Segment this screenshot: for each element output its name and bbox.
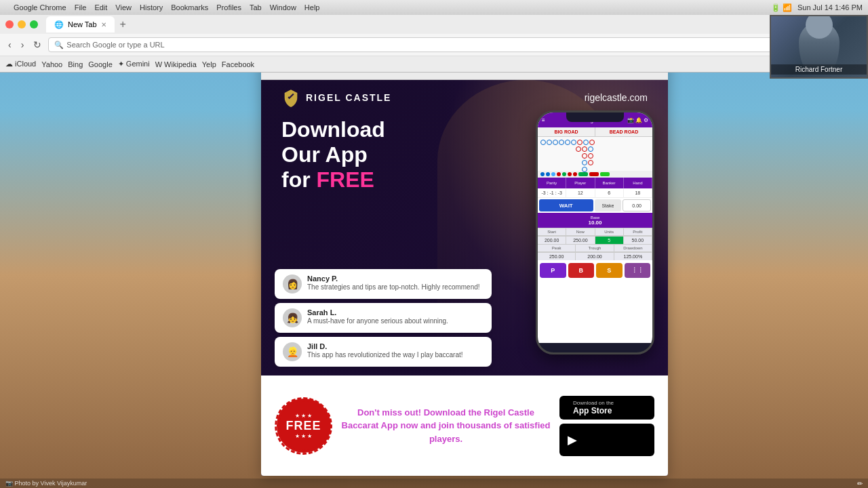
review-name-1: Nancy P. [307, 274, 480, 283]
bookmark-wikipedia[interactable]: W Wikipedia [155, 60, 197, 68]
bottom-cta: ★ ★ ★ FREE ★ ★ ★ Don't miss out! Downloa… [261, 375, 668, 476]
stat-hand: Hand [624, 178, 652, 188]
bookmark-facebook[interactable]: Facebook [222, 60, 254, 68]
badge-stars-top: ★ ★ ★ [295, 413, 312, 419]
topbar-history[interactable]: History [140, 3, 163, 12]
app-store-text: Download on the App Store [573, 400, 614, 415]
sdot10 [600, 172, 610, 176]
headline-line2: Our App [281, 142, 385, 167]
review-name-3: Jill D. [307, 342, 463, 350]
topbar-tab[interactable]: Tab [250, 3, 262, 12]
google-play-line2: Google Play [583, 440, 642, 452]
circle-r5 [582, 153, 587, 159]
phone-stats-values: -3 : -1 : -3 12 6 18 [538, 188, 652, 198]
bookmark-bing[interactable]: Bing [68, 60, 83, 68]
topbar-view[interactable]: View [115, 3, 132, 12]
topbar-profiles[interactable]: Profiles [216, 3, 241, 12]
stake-label: Stake [595, 199, 622, 211]
circle-b9 [582, 160, 587, 165]
circle-b8 [588, 146, 593, 152]
sdot2 [546, 172, 550, 176]
reload-btn[interactable]: ↻ [31, 38, 44, 52]
stake-value: 0.00 [623, 199, 651, 211]
pv-trough: 200.00 [576, 253, 614, 260]
app-name: Google Chrome [14, 3, 66, 12]
circle-b5 [565, 140, 570, 145]
btn-s[interactable]: S [596, 263, 623, 278]
app-store-button[interactable]: Download on the App Store [559, 396, 654, 420]
tab-icon: 🌐 [54, 20, 64, 29]
bookmarks-bar: ☁ iCloud Yahoo Bing Google ✦ Gemini W Wi… [0, 56, 868, 72]
phone-data-grid-header: Start Now Units Profit [538, 228, 652, 236]
active-tab[interactable]: 🌐 New Tab ✕ [46, 16, 115, 33]
address-bar[interactable]: 🔍 Search Google or type a URL [48, 37, 786, 52]
sdot1 [540, 172, 545, 176]
stat-val-parity: -3 : -1 : -3 [538, 188, 566, 197]
sdot3 [551, 172, 555, 176]
dv-profit: 50.00 [624, 237, 652, 244]
bookmark-yahoo[interactable]: Yahoo [41, 60, 62, 68]
stat-parity: Parity [538, 178, 566, 188]
bookmark-gemini[interactable]: ✦ Gemini [118, 60, 150, 68]
phone-notch [566, 113, 624, 122]
topbar-bookmarks[interactable]: Bookmarks [171, 3, 208, 12]
review-card-1: 👩 Nancy P. The strategies and tips are t… [275, 269, 492, 299]
window-maximize-btn[interactable] [30, 20, 38, 28]
phone-stats-row: Parity Player Banker Hand [538, 178, 652, 188]
bookmark-google[interactable]: Google [88, 60, 112, 68]
base-value: 10.00 [588, 220, 601, 226]
dh-profit: Profit [624, 228, 652, 236]
sdot9 [589, 172, 599, 176]
dh-units: Units [595, 228, 624, 236]
phone-base-area: Base 10.00 [538, 213, 652, 228]
review-text-1: The strategies and tips are top-notch. H… [307, 283, 480, 291]
google-play-button[interactable]: ▶ GET IT ON Google Play [559, 424, 654, 456]
image-viewer-window: Social Post 5.jpg ⬆ + − ⊞ ⛶ ⚙ RIGEL CAST… [261, 56, 668, 476]
phone-road-bead: BEAD ROAD [595, 127, 652, 136]
bookmark-yelp[interactable]: Yelp [202, 60, 216, 68]
tab-close-btn[interactable]: ✕ [101, 21, 106, 28]
btn-p[interactable]: P [540, 263, 566, 278]
headline-line1: Download [281, 117, 385, 142]
logo-text: RIGEL CASTLE [306, 92, 391, 103]
window-close-btn[interactable] [5, 20, 14, 28]
topbar-help[interactable]: Help [304, 3, 320, 12]
dh-now: Now [566, 228, 595, 236]
google-play-line1: GET IT ON [583, 428, 642, 440]
app-store-line1: Download on the [573, 400, 614, 406]
dv-now: 250.00 [566, 237, 595, 244]
app-store-line2: App Store [573, 406, 614, 415]
btn-b[interactable]: B [568, 263, 595, 278]
logo-area: RIGEL CASTLE [281, 88, 391, 107]
webcam-overlay: Richard Fortner [770, 15, 868, 79]
main-headline: Download Our App for FREE [281, 117, 385, 192]
bookmark-icloud[interactable]: ☁ iCloud [5, 60, 36, 68]
circle-r2 [589, 140, 595, 145]
phone-wait-row: WAIT Stake 0.00 [538, 198, 652, 213]
topbar-edit[interactable]: Edit [94, 3, 107, 12]
topbar-window[interactable]: Window [270, 3, 296, 12]
headline-line3: for FREE [281, 167, 385, 192]
phone-header-icons: 📸 🔔 ⚙ [627, 117, 648, 123]
sdot6 [568, 172, 572, 176]
review-text-3: This app has revolutionized the way I pl… [307, 351, 463, 359]
system-icons: 🔋 📶 [771, 3, 792, 12]
stat-banker: Banker [595, 178, 624, 188]
edit-icon[interactable]: ✏ [857, 480, 863, 487]
phone-road-big: BIG ROAD [538, 127, 595, 136]
photo-credit: 📷 Photo by Vivek Vijaykumar [5, 480, 87, 487]
review-avatar-3: 👱 [283, 342, 302, 361]
wait-button[interactable]: WAIT [539, 199, 593, 211]
forward-btn[interactable]: › [18, 38, 27, 52]
back-btn[interactable]: ‹ [5, 38, 14, 52]
phone-peak-row-header: Peak Trough Drawdown [538, 244, 652, 252]
new-tab-btn[interactable]: + [120, 18, 126, 30]
download-buttons: Download on the App Store ▶ GET IT ON Go… [559, 396, 654, 456]
topbar-file[interactable]: File [75, 3, 87, 12]
btn-grid[interactable]: ⋮⋮ [625, 263, 651, 278]
pv-drawdown: 125.00% [614, 253, 652, 260]
circle-b2 [547, 140, 552, 145]
google-play-text: GET IT ON Google Play [583, 428, 642, 452]
window-minimize-btn[interactable] [18, 20, 26, 28]
review-avatar-1: 👩 [283, 274, 302, 293]
